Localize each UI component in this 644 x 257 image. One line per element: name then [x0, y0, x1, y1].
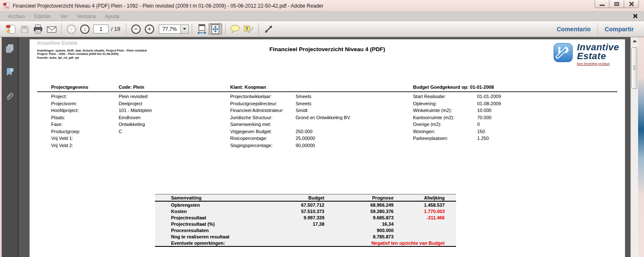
scrollbar-thumb[interactable]: [631, 47, 637, 89]
detail-label: Start Realisatie:: [413, 94, 477, 99]
toolbar-separator: [126, 23, 126, 35]
bookmarks-panel-button[interactable]: [4, 67, 15, 78]
detail-label: Projectontwikkelaar:: [230, 94, 296, 99]
minimize-icon: [600, 5, 605, 6]
detail-label: Financieel Administrateur:: [230, 108, 296, 113]
detail-label: Risicopercentage:: [230, 136, 296, 141]
summary-header-budget: Budget: [294, 195, 324, 200]
close-document-icon[interactable]: [632, 13, 639, 19]
detail-row: Financieel Administrateur:Smidt: [230, 107, 350, 114]
print-button[interactable]: [31, 23, 45, 35]
detail-row: Projectvorm:Deelproject: [51, 100, 152, 107]
detail-value: 10.000: [477, 108, 492, 113]
toolbar-separator: [61, 23, 62, 35]
close-button[interactable]: [624, 0, 639, 8]
summary-row: Opbrengsten67.507.71268.966.2491.458.537: [155, 202, 456, 208]
detail-row: Hoofdproject:101 - Marktplein: [51, 107, 152, 114]
invantive-logo: Invantive Estate Een Invantive product: [553, 43, 619, 66]
menu-archivo[interactable]: Archivo: [3, 14, 30, 19]
detail-value: 250.000: [296, 129, 312, 134]
logo-tagline-link[interactable]: Een Invantive product: [577, 62, 619, 66]
create-pdf-icon: [5, 24, 16, 35]
detail-value: 1.250: [477, 136, 489, 141]
detail-label: Parkeerplaatsen:: [413, 136, 477, 141]
summary-row-label: Nog te realiseren resultaat: [155, 234, 294, 239]
summary-afwijking-value: -311.466: [394, 215, 456, 220]
fit-page-icon: [210, 24, 220, 35]
workspace: Invantive Estate Instellingen: system, E…: [0, 37, 644, 257]
zoom-level-value: 77.7%: [159, 26, 180, 32]
plus-icon: +: [145, 25, 154, 34]
titlebar[interactable]: Financieel Projectoverzicht Niveau 4 (PD…: [0, 0, 644, 12]
zoom-level-combo[interactable]: 77.7%: [159, 25, 189, 34]
next-page-button[interactable]: ↓: [78, 23, 92, 35]
detail-row: Overige (m2):0: [413, 121, 501, 128]
page-count-label: / 19: [111, 26, 120, 32]
email-button[interactable]: [45, 23, 58, 35]
detail-row: Oplevering:01-08-2009: [413, 100, 501, 107]
vertical-scrollbar[interactable]: [630, 37, 638, 257]
scroll-up-icon[interactable]: [633, 40, 637, 42]
detail-label: Vrij Veld 2:: [51, 143, 119, 148]
fullscreen-button[interactable]: [262, 23, 275, 35]
minimize-button[interactable]: [595, 0, 609, 8]
detail-label: Kantoorruimte (m2):: [413, 115, 477, 120]
zoom-dropdown-button[interactable]: [180, 25, 188, 33]
detail-row: Project:Plein revisited: [51, 93, 152, 100]
logo-name-line2: Estate: [577, 52, 619, 60]
summary-prognose-value: 59.280.376: [324, 209, 394, 214]
detail-value: 0: [477, 122, 480, 127]
create-pdf-button[interactable]: [4, 23, 18, 35]
summary-prognose-value: 16,34: [324, 221, 394, 227]
save-icon: [19, 24, 30, 34]
detail-row: Start Realisatie:01-01-2009: [413, 93, 501, 100]
comment-panel-button[interactable]: Comentario: [550, 26, 598, 33]
detail-row: Projectontwikkelaar:Smeets: [230, 93, 350, 100]
window-right-border: [638, 37, 644, 257]
summary-row: Procesresultaten900.000: [155, 227, 456, 233]
pages-panel-button[interactable]: [4, 43, 15, 54]
highlight-text-button[interactable]: T: [242, 23, 255, 35]
attachments-panel-button[interactable]: [4, 90, 15, 101]
summary-header-samenvatting: Samenvatting: [155, 195, 294, 200]
summary-prognose-value: 900.000: [324, 228, 394, 233]
maximize-button[interactable]: [609, 0, 624, 8]
document-area[interactable]: Invantive Estate Instellingen: system, E…: [19, 37, 630, 257]
summary-row: Projectresultaat (%)17,3816,34: [155, 221, 456, 227]
toolbar-right: Comentario Compartir: [550, 21, 641, 37]
menu-ventana[interactable]: Ventana: [72, 14, 100, 19]
text-highlighter-icon: T: [243, 24, 254, 34]
menu-ayuda[interactable]: Ayuda: [100, 14, 124, 19]
details-header-projectgegevens: Projectgegevens: [51, 85, 88, 90]
details-column-project: Project:Plein revisitedProjectvorm:Deelp…: [51, 93, 152, 149]
detail-row: Juridische Structuur:Grond en Ontwikkeli…: [230, 114, 350, 121]
detail-label: Juridische Structuur:: [230, 115, 296, 120]
window-title: Financieel Projectoverzicht Niveau 4 (PD…: [13, 3, 323, 9]
report-settings-line: Functie: bubs_fpt_n4_pdf_rpt: [37, 56, 147, 60]
detail-value: Plein revisited: [119, 94, 147, 99]
detail-row: Slagingspercentage:90,00000: [230, 142, 350, 149]
detail-label: Productgroepdirecteur:: [230, 101, 296, 106]
share-panel-button[interactable]: Compartir: [598, 26, 641, 33]
fit-width-button[interactable]: [195, 23, 209, 35]
summary-row-label: Opbrengsten: [155, 202, 294, 208]
menu-ver[interactable]: Ver: [55, 14, 72, 19]
comment-button[interactable]: [228, 23, 242, 35]
previous-page-button[interactable]: ↑: [65, 23, 78, 35]
zoom-out-button[interactable]: −: [129, 23, 143, 35]
page-number-input[interactable]: [93, 25, 109, 33]
summary-row-label: Kosten: [155, 209, 294, 214]
detail-row: Vrijgegeven Budget:250.000: [230, 128, 350, 135]
detail-value: 150: [477, 129, 485, 134]
summary-row: Kosten57.510.37359.280.3761.770.003: [155, 208, 456, 214]
detail-label: Vrij Veld 1:: [51, 136, 119, 141]
detail-label: Project:: [51, 94, 119, 99]
save-button[interactable]: [18, 23, 31, 35]
arrow-down-icon: ↓: [80, 25, 90, 34]
menu-items: ArchivoEdiciónVerVentanaAyuda: [3, 14, 124, 19]
report-title: Financieel Projectoverzicht Niveau 4 (PD…: [30, 46, 625, 52]
detail-row: Parkeerplaatsen:1.250: [413, 135, 501, 142]
zoom-in-button[interactable]: +: [143, 23, 156, 35]
menu-edicion[interactable]: Edición: [30, 14, 55, 19]
fit-page-button[interactable]: [209, 23, 222, 35]
